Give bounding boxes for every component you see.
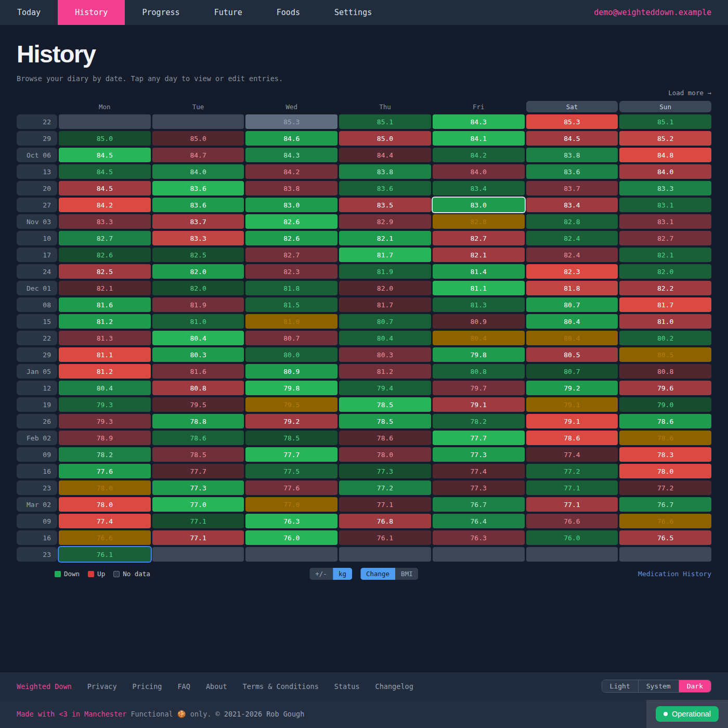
day-cell[interactable]: 78.0 <box>59 480 151 495</box>
day-cell[interactable]: 82.6 <box>245 231 337 245</box>
day-cell[interactable]: 76.3 <box>245 514 337 528</box>
day-cell[interactable]: 77.4 <box>526 447 618 462</box>
day-cell[interactable]: 77.6 <box>245 480 337 495</box>
day-cell[interactable]: 83.6 <box>152 181 244 196</box>
day-cell[interactable]: 79.8 <box>433 347 525 362</box>
day-cell[interactable]: 81.7 <box>619 297 711 312</box>
day-cell[interactable]: 85.0 <box>59 131 151 146</box>
day-cell[interactable]: 80.7 <box>245 331 337 345</box>
day-cell[interactable]: 80.9 <box>433 314 525 329</box>
day-cell[interactable]: 80.9 <box>245 364 337 379</box>
day-cell[interactable]: 82.3 <box>526 264 618 279</box>
day-cell[interactable]: 83.4 <box>433 181 525 196</box>
day-cell[interactable]: 82.0 <box>152 264 244 279</box>
day-cell[interactable]: 81.8 <box>526 281 618 295</box>
day-cell[interactable]: 77.0 <box>152 497 244 512</box>
day-cell[interactable]: 82.0 <box>339 281 431 295</box>
medication-history-link[interactable]: Medication History <box>638 570 711 578</box>
nav-item-progress[interactable]: Progress <box>125 0 197 25</box>
footer-brand-link[interactable]: Weighted Down <box>17 682 72 691</box>
day-cell[interactable]: 77.2 <box>526 464 618 478</box>
day-cell[interactable]: 77.3 <box>433 447 525 462</box>
day-cell[interactable]: 79.8 <box>245 381 337 395</box>
theme-dark[interactable]: Dark <box>679 680 711 692</box>
footer-link-pricing[interactable]: Pricing <box>133 682 162 691</box>
day-cell[interactable]: 85.0 <box>152 131 244 146</box>
day-cell[interactable]: 83.1 <box>619 214 711 229</box>
unit-kg[interactable]: kg <box>333 568 352 580</box>
nav-item-history[interactable]: History <box>58 0 125 25</box>
day-cell[interactable]: 76.1 <box>59 547 151 562</box>
day-cell[interactable]: 79.2 <box>526 381 618 395</box>
load-more-link[interactable]: Load more → <box>668 89 711 97</box>
nav-item-foods[interactable]: Foods <box>259 0 317 25</box>
day-cell[interactable]: 81.1 <box>59 347 151 362</box>
day-cell[interactable]: 81.2 <box>59 364 151 379</box>
footer-link-faq[interactable]: FAQ <box>177 682 190 691</box>
day-cell[interactable]: 77.0 <box>245 497 337 512</box>
day-cell[interactable]: 77.7 <box>433 431 525 445</box>
day-cell[interactable]: 84.2 <box>433 148 525 162</box>
day-cell[interactable]: 82.5 <box>152 248 244 262</box>
day-cell[interactable]: 84.1 <box>433 131 525 146</box>
day-cell[interactable]: 77.4 <box>59 514 151 528</box>
day-cell[interactable]: 85.3 <box>526 114 618 129</box>
theme-light[interactable]: Light <box>602 680 638 692</box>
day-cell[interactable]: 82.8 <box>433 214 525 229</box>
day-cell[interactable]: 81.3 <box>433 297 525 312</box>
day-cell[interactable]: 85.1 <box>619 114 711 129</box>
day-cell[interactable]: 83.3 <box>619 181 711 196</box>
day-cell[interactable]: 84.4 <box>339 148 431 162</box>
day-cell[interactable]: 84.2 <box>245 164 337 179</box>
day-cell[interactable]: 82.1 <box>59 281 151 295</box>
footer-link-changelog[interactable]: Changelog <box>375 682 413 691</box>
day-cell[interactable]: 85.1 <box>339 114 431 129</box>
day-cell[interactable]: 81.6 <box>152 364 244 379</box>
day-cell[interactable]: 84.0 <box>152 164 244 179</box>
nav-item-today[interactable]: Today <box>0 0 58 25</box>
nav-item-future[interactable]: Future <box>197 0 259 25</box>
day-cell[interactable]: 76.0 <box>526 530 618 545</box>
day-cell[interactable]: 76.3 <box>433 530 525 545</box>
day-cell[interactable]: 83.1 <box>619 198 711 212</box>
day-cell[interactable]: 82.7 <box>433 231 525 245</box>
day-cell[interactable]: 78.5 <box>152 447 244 462</box>
day-cell[interactable]: 83.8 <box>245 181 337 196</box>
day-cell[interactable]: 76.1 <box>339 530 431 545</box>
day-cell[interactable]: 82.0 <box>619 264 711 279</box>
day-cell[interactable]: 78.5 <box>339 397 431 412</box>
day-cell[interactable]: 80.8 <box>619 364 711 379</box>
day-cell[interactable]: 77.5 <box>245 464 337 478</box>
day-cell[interactable]: 82.4 <box>526 231 618 245</box>
day-cell[interactable]: 82.5 <box>59 264 151 279</box>
day-cell[interactable]: 79.6 <box>619 381 711 395</box>
day-cell[interactable]: 80.7 <box>339 314 431 329</box>
day-cell[interactable]: 78.2 <box>433 414 525 428</box>
day-cell[interactable]: 80.3 <box>152 347 244 362</box>
day-cell[interactable]: 78.2 <box>59 447 151 462</box>
day-cell[interactable]: 83.5 <box>339 198 431 212</box>
nav-item-settings[interactable]: Settings <box>317 0 389 25</box>
day-cell[interactable]: 76.6 <box>59 530 151 545</box>
day-cell[interactable]: 83.7 <box>152 214 244 229</box>
day-cell[interactable]: 82.2 <box>619 281 711 295</box>
day-cell[interactable]: 79.1 <box>526 414 618 428</box>
day-cell[interactable]: 84.2 <box>59 198 151 212</box>
day-cell[interactable]: 81.1 <box>433 281 525 295</box>
day-cell[interactable]: 78.6 <box>619 431 711 445</box>
day-cell[interactable]: 76.7 <box>619 497 711 512</box>
day-cell[interactable]: 77.1 <box>152 514 244 528</box>
day-cell[interactable]: 76.4 <box>433 514 525 528</box>
day-cell[interactable]: 85.3 <box>245 114 337 129</box>
day-cell[interactable]: 82.6 <box>245 214 337 229</box>
day-cell[interactable]: 77.3 <box>152 480 244 495</box>
day-cell[interactable]: 81.8 <box>245 281 337 295</box>
day-cell[interactable]: 76.6 <box>619 514 711 528</box>
day-cell[interactable]: 83.6 <box>339 181 431 196</box>
day-cell[interactable]: 76.5 <box>619 530 711 545</box>
day-cell[interactable]: 83.6 <box>526 164 618 179</box>
day-cell[interactable]: 82.8 <box>526 214 618 229</box>
day-cell[interactable]: 82.6 <box>59 248 151 262</box>
day-cell[interactable]: 80.5 <box>619 347 711 362</box>
day-cell[interactable]: 80.0 <box>245 347 337 362</box>
